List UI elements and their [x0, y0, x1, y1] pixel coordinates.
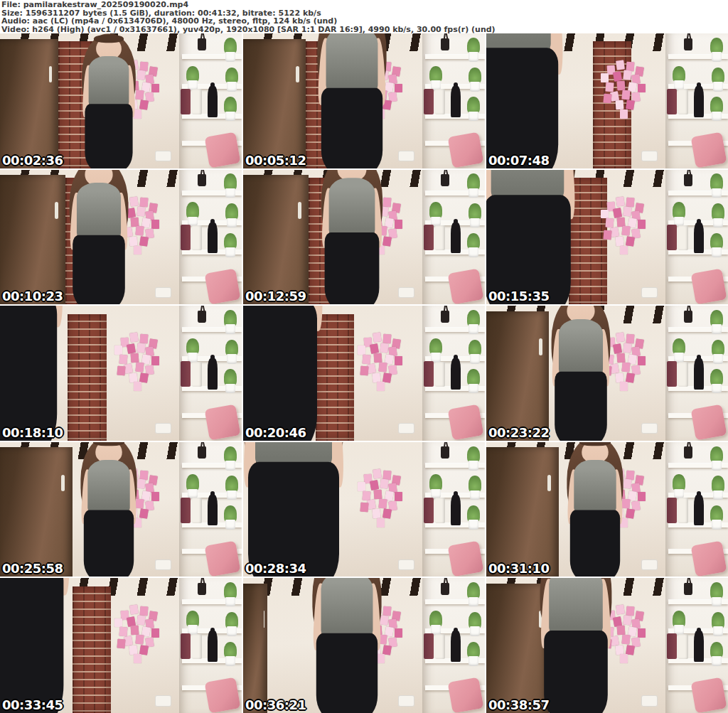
- reed-diffuser: [441, 174, 449, 186]
- pink-card: [626, 333, 635, 343]
- pink-card: [617, 217, 626, 226]
- books-on-shelf: [667, 633, 690, 659]
- potted-plant: [710, 104, 724, 122]
- timestamp-overlay: 00:36:21: [245, 697, 306, 712]
- pink-card: [129, 372, 137, 382]
- reed-diffuser: [441, 583, 449, 595]
- reed-diffuser: [684, 583, 692, 595]
- skirt-shape: [545, 630, 608, 713]
- pink-card: [638, 492, 646, 501]
- pink-card: [621, 90, 630, 100]
- shelf-unit: [665, 170, 728, 305]
- thumbnail-image: [486, 306, 728, 441]
- potted-plant: [466, 181, 481, 198]
- potted-plant: [466, 316, 481, 334]
- potted-plant: [466, 240, 481, 257]
- pink-pillow: [691, 132, 727, 168]
- person-figure: [298, 578, 396, 713]
- shelf-unit: [422, 33, 485, 168]
- shelf-unit: [179, 578, 242, 713]
- pink-card: [616, 60, 625, 70]
- books-on-shelf: [424, 361, 446, 387]
- pink-card: [134, 654, 141, 663]
- skirt-shape: [85, 104, 132, 168]
- books-on-shelf: [424, 498, 446, 523]
- thumbnail-image: [243, 306, 485, 441]
- pink-pillow: [448, 404, 484, 441]
- pink-card: [626, 198, 635, 208]
- pink-card: [623, 70, 632, 80]
- person-figure: [309, 170, 395, 305]
- potted-plant: [185, 73, 200, 90]
- pink-card: [129, 605, 139, 615]
- timestamp-overlay: 00:28:34: [245, 561, 306, 576]
- potted-plant: [710, 316, 724, 334]
- thumbnail-image: [243, 170, 485, 305]
- pink-card: [626, 372, 635, 382]
- timestamp-overlay: 00:31:10: [488, 561, 550, 576]
- potted-plant: [223, 376, 238, 394]
- wardrobe-handle: [547, 475, 551, 492]
- pink-card: [638, 356, 646, 365]
- pink-card: [605, 82, 614, 92]
- power-outlet: [155, 559, 172, 570]
- books-on-shelf: [667, 498, 690, 523]
- pink-card: [372, 372, 380, 382]
- pink-card: [615, 100, 623, 109]
- pink-pillow: [448, 268, 484, 304]
- power-outlet: [155, 287, 172, 298]
- pink-card: [382, 508, 392, 518]
- pink-card: [623, 207, 632, 217]
- video-thumbnail: 00:23:22: [486, 306, 728, 441]
- person-figure: [539, 306, 622, 441]
- power-outlet: [641, 287, 658, 298]
- video-thumbnail: 00:36:21: [243, 578, 485, 713]
- books-on-shelf: [181, 225, 203, 250]
- potted-plant: [710, 512, 724, 530]
- file-line: File: pamilarakestraw_202509190020.mp4: [1, 1, 728, 9]
- books-on-shelf: [181, 498, 203, 523]
- pink-card: [626, 61, 635, 71]
- person-figure: [486, 33, 587, 168]
- pink-card: [378, 498, 387, 508]
- pink-card: [380, 479, 389, 489]
- black-spray-bottle: [208, 495, 217, 526]
- potted-plant: [710, 648, 724, 666]
- skirt-shape: [555, 371, 606, 441]
- reed-diffuser: [198, 174, 205, 186]
- shelf-unit: [665, 306, 728, 441]
- potted-plant: [467, 618, 482, 636]
- pink-card: [616, 196, 625, 206]
- pink-card: [374, 353, 382, 363]
- potted-plant: [671, 209, 686, 227]
- power-outlet: [155, 151, 172, 161]
- pink-pillow: [691, 404, 727, 441]
- potted-plant: [710, 210, 725, 227]
- video-thumbnail: 00:20:46: [243, 306, 485, 441]
- reed-diffuser: [684, 311, 692, 323]
- thumbnail-image: [0, 33, 242, 168]
- potted-plant: [428, 345, 443, 363]
- black-spray-bottle: [694, 223, 703, 254]
- books-on-shelf: [181, 89, 203, 114]
- pink-card: [615, 237, 623, 246]
- pink-pillow: [205, 677, 241, 713]
- pink-card: [131, 353, 139, 363]
- potted-plant: [710, 618, 725, 636]
- skirt-shape: [325, 232, 379, 304]
- potted-plant: [671, 617, 686, 635]
- potted-plant: [466, 589, 481, 607]
- pink-card: [373, 468, 382, 478]
- black-spray-bottle: [451, 358, 460, 390]
- power-outlet: [155, 695, 172, 706]
- thumbnail-image: [0, 578, 242, 713]
- potted-plant: [223, 589, 238, 607]
- wooden-wardrobe: [0, 39, 58, 168]
- skirt-shape: [570, 510, 620, 577]
- potted-plant: [185, 345, 200, 363]
- potted-plant: [671, 73, 686, 90]
- pink-card: [135, 362, 144, 372]
- power-outlet: [641, 559, 658, 570]
- potted-plant: [223, 453, 238, 471]
- power-outlet: [641, 423, 658, 434]
